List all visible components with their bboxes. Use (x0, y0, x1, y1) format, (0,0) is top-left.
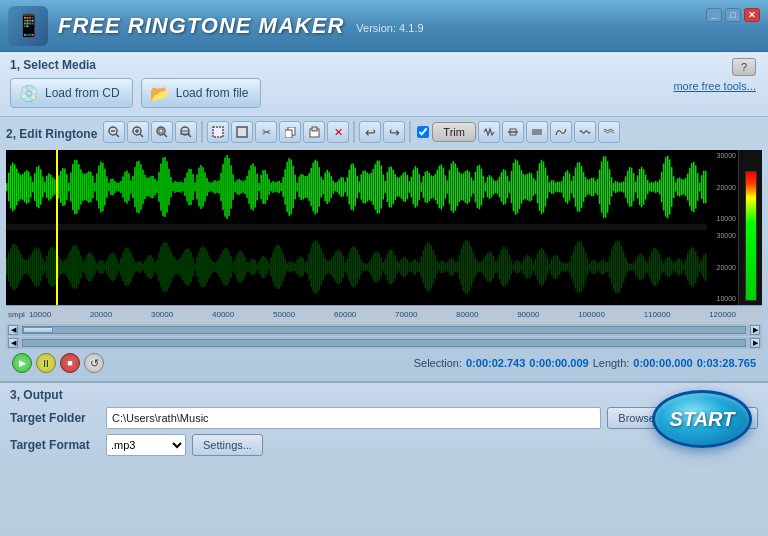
waveform-display[interactable] (6, 150, 707, 305)
wave-tool-2[interactable] (502, 121, 524, 143)
wave-tool-6[interactable] (598, 121, 620, 143)
trim-checkbox[interactable] (417, 126, 429, 138)
minimize-button[interactable]: _ (706, 8, 722, 22)
svg-rect-435 (120, 258, 122, 275)
svg-rect-173 (296, 183, 298, 192)
svg-rect-34 (18, 173, 20, 202)
svg-rect-359 (669, 159, 671, 214)
svg-rect-116 (182, 183, 184, 192)
svg-rect-226 (403, 173, 405, 201)
svg-rect-713 (677, 259, 679, 275)
copy-button[interactable] (279, 121, 301, 143)
svg-rect-322 (595, 181, 597, 194)
svg-rect-245 (441, 164, 443, 209)
svg-rect-616 (483, 259, 485, 275)
svg-rect-93 (136, 161, 138, 212)
load-cd-button[interactable]: 💿 Load from CD (10, 78, 133, 108)
zoom-in-button[interactable] (127, 121, 149, 143)
svg-rect-389 (28, 258, 30, 275)
svg-rect-612 (475, 257, 477, 277)
svg-rect-131 (212, 182, 214, 193)
svg-rect-590 (431, 245, 433, 289)
svg-rect-127 (204, 172, 206, 201)
settings-button[interactable]: Settings... (192, 434, 263, 456)
waveform-scrollbar2[interactable]: ◀ ▶ (6, 337, 762, 349)
start-button[interactable]: START (652, 390, 752, 448)
trim-button[interactable]: Trim (432, 122, 476, 142)
more-tools-link[interactable]: more free tools... (673, 80, 756, 92)
stop-button[interactable]: ■ (60, 353, 80, 373)
svg-rect-32 (14, 164, 16, 209)
svg-rect-479 (208, 255, 210, 278)
svg-rect-167 (284, 169, 286, 205)
scroll-left-2[interactable]: ◀ (8, 338, 18, 348)
svg-rect-384 (18, 250, 20, 285)
play-button[interactable]: ▶ (12, 353, 32, 373)
svg-rect-540 (330, 259, 332, 275)
wave-tool-3[interactable] (526, 121, 548, 143)
svg-rect-580 (411, 262, 413, 272)
svg-rect-238 (427, 171, 429, 203)
maximize-button[interactable]: □ (725, 8, 741, 22)
delete-button[interactable]: ✕ (327, 121, 349, 143)
svg-rect-718 (687, 253, 689, 280)
svg-rect-665 (581, 243, 583, 292)
svg-rect-186 (322, 180, 324, 195)
svg-rect-521 (292, 262, 294, 271)
svg-rect-545 (340, 252, 342, 282)
svg-rect-646 (543, 249, 545, 284)
svg-rect-393 (36, 247, 38, 287)
svg-rect-512 (274, 247, 276, 287)
cut-button[interactable]: ✂ (255, 121, 277, 143)
level-labels-bottom: 30000 20000 10000 (708, 230, 736, 304)
svg-rect-113 (176, 182, 178, 192)
pause-button[interactable]: ⏸ (36, 353, 56, 373)
scroll-left[interactable]: ◀ (8, 325, 18, 335)
svg-rect-265 (481, 169, 483, 206)
svg-rect-189 (328, 172, 330, 203)
select-all-button[interactable] (231, 121, 253, 143)
wave-tool-4[interactable] (550, 121, 572, 143)
zoom-out-button[interactable] (103, 121, 125, 143)
svg-rect-515 (280, 248, 282, 285)
svg-rect-147 (244, 180, 246, 194)
svg-rect-163 (276, 182, 278, 193)
select-region-button[interactable] (207, 121, 229, 143)
svg-rect-551 (352, 246, 354, 287)
svg-rect-522 (294, 263, 296, 271)
svg-rect-379 (8, 253, 10, 282)
svg-rect-574 (399, 263, 401, 272)
close-button[interactable]: ✕ (744, 8, 760, 22)
scroll-right[interactable]: ▶ (750, 325, 760, 335)
redo-button[interactable]: ↪ (383, 121, 405, 143)
loop-button[interactable]: ↺ (84, 353, 104, 373)
svg-rect-513 (276, 245, 278, 289)
svg-rect-308 (567, 170, 569, 204)
waveform-scrollbar[interactable]: ◀ ▶ (6, 324, 762, 336)
format-select[interactable]: .mp3 .mp4 .wav .ogg .m4r (106, 434, 186, 456)
svg-rect-342 (635, 182, 637, 193)
paste-button[interactable] (303, 121, 325, 143)
load-file-button[interactable]: 📂 Load from file (141, 78, 262, 108)
svg-rect-336 (623, 181, 625, 192)
scroll-thumb[interactable] (23, 327, 53, 333)
svg-rect-225 (401, 175, 403, 198)
svg-rect-333 (617, 182, 619, 192)
help-button[interactable]: ? (732, 58, 756, 76)
zoom-fit-button[interactable] (175, 121, 197, 143)
scroll-track-2[interactable] (22, 339, 746, 347)
target-folder-input[interactable] (106, 407, 601, 429)
scroll-right-2[interactable]: ▶ (750, 338, 760, 348)
svg-rect-470 (190, 252, 192, 282)
svg-rect-313 (577, 162, 579, 211)
svg-rect-516 (282, 253, 284, 281)
zoom-selection-button[interactable] (151, 121, 173, 143)
svg-rect-542 (334, 253, 336, 281)
wave-tool-5[interactable] (574, 121, 596, 143)
svg-rect-72 (94, 183, 96, 192)
svg-rect-674 (599, 262, 601, 272)
undo-button[interactable]: ↩ (359, 121, 381, 143)
scroll-track[interactable] (22, 326, 746, 334)
waveform-area[interactable]: smpl 30000 20000 (6, 150, 762, 305)
wave-tool-1[interactable] (478, 121, 500, 143)
